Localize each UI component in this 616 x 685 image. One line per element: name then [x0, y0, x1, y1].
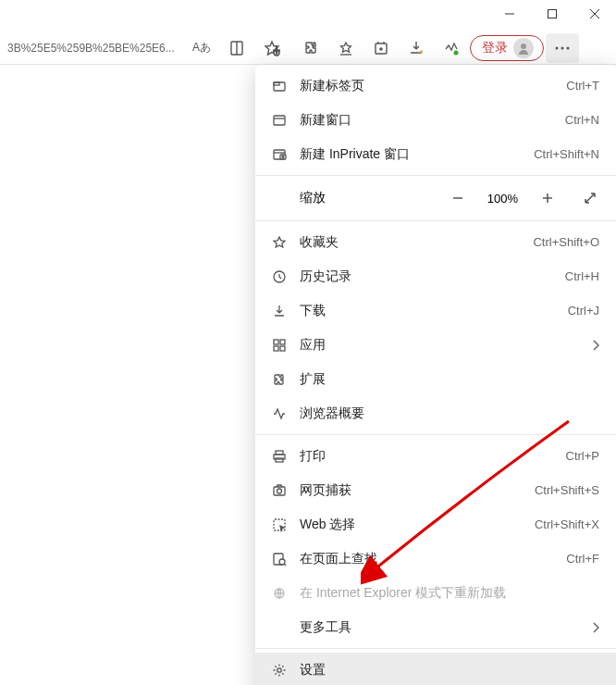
- menu-divider: [255, 434, 616, 435]
- zoom-label: 缩放: [300, 190, 428, 206]
- svg-point-15: [521, 44, 526, 49]
- menu-new-inprivate[interactable]: 新建 InPrivate 窗口 Ctrl+Shift+N: [255, 137, 616, 171]
- menu-shortcut: Ctrl+J: [568, 304, 599, 318]
- read-aloud-button[interactable]: Aあ: [185, 33, 218, 63]
- menu-web-capture[interactable]: 网页捕获 Ctrl+Shift+S: [255, 473, 616, 507]
- menu-shortcut: Ctrl+N: [565, 113, 599, 127]
- menu-label: 网页捕获: [300, 482, 524, 499]
- svg-rect-37: [276, 458, 283, 462]
- svg-rect-32: [280, 340, 285, 344]
- menu-label: 扩展: [300, 371, 599, 388]
- menu-shortcut: Ctrl+Shift+S: [535, 483, 599, 497]
- avatar-icon: [513, 38, 534, 58]
- menu-apps[interactable]: 应用: [255, 328, 616, 362]
- menu-settings[interactable]: 设置: [255, 653, 616, 685]
- pulse-icon: [270, 406, 289, 421]
- capture-icon: [270, 483, 289, 498]
- svg-rect-34: [280, 346, 285, 351]
- more-menu-button[interactable]: [546, 33, 579, 63]
- zoom-percent: 100%: [487, 192, 518, 206]
- svg-point-18: [567, 46, 570, 49]
- menu-label: 浏览器概要: [300, 405, 599, 422]
- menu-new-window[interactable]: 新建窗口 Ctrl+N: [255, 103, 616, 137]
- apps-icon: [270, 338, 289, 353]
- menu-label: 新建标签页: [300, 78, 555, 94]
- menu-downloads[interactable]: 下载 Ctrl+J: [255, 293, 616, 328]
- menu-shortcut: Ctrl+Shift+O: [533, 235, 599, 249]
- collections-icon[interactable]: [364, 33, 398, 63]
- puzzle-icon: [270, 372, 289, 387]
- menu-label: 新建窗口: [300, 112, 554, 129]
- svg-point-14: [454, 50, 459, 55]
- menu-zoom-row: 缩放 100%: [255, 180, 616, 217]
- reader-view-icon[interactable]: [220, 33, 253, 63]
- menu-browser-essentials[interactable]: 浏览器概要: [255, 396, 616, 430]
- login-label: 登录: [482, 40, 508, 56]
- menu-label: 在 Internet Explorer 模式下重新加载: [300, 585, 599, 602]
- minimize-button[interactable]: [488, 0, 531, 28]
- menu-shortcut: Ctrl+Shift+N: [534, 147, 599, 161]
- menu-label: Web 选择: [300, 517, 524, 533]
- svg-point-39: [277, 489, 282, 493]
- select-icon: [270, 517, 289, 532]
- svg-rect-1: [548, 10, 557, 19]
- svg-rect-25: [280, 155, 286, 159]
- close-button[interactable]: [573, 0, 616, 28]
- performance-icon[interactable]: [435, 33, 468, 63]
- menu-label: 历史记录: [300, 268, 554, 285]
- zoom-in-button[interactable]: [535, 185, 561, 211]
- menu-more-tools[interactable]: 更多工具: [255, 610, 616, 644]
- menu-label: 下载: [300, 303, 557, 319]
- menu-divider: [255, 648, 616, 649]
- svg-text:+: +: [273, 43, 280, 56]
- printer-icon: [270, 449, 289, 464]
- fullscreen-button[interactable]: [577, 185, 603, 211]
- menu-history[interactable]: 历史记录 Ctrl+H: [255, 259, 616, 293]
- search-icon: [270, 552, 289, 567]
- svg-rect-38: [274, 487, 285, 495]
- svg-point-16: [556, 46, 559, 49]
- zoom-out-button[interactable]: [445, 185, 471, 211]
- svg-point-45: [277, 667, 281, 671]
- menu-new-tab[interactable]: 新建标签页 Ctrl+T: [255, 68, 616, 103]
- menu-label: 应用: [300, 337, 581, 354]
- download-icon: [270, 304, 289, 318]
- svg-rect-40: [274, 519, 285, 530]
- svg-line-43: [284, 564, 286, 566]
- downloads-icon[interactable]: [400, 33, 433, 63]
- tab-icon: [270, 79, 289, 93]
- svg-rect-31: [274, 340, 278, 344]
- svg-rect-20: [274, 82, 279, 85]
- history-icon: [270, 269, 289, 284]
- inprivate-icon: [270, 147, 289, 162]
- browser-toolbar: 3B%25E5%259B%25BE%25E6... Aあ + 登录: [0, 31, 616, 65]
- ie-icon: [270, 586, 289, 601]
- maximize-button[interactable]: [531, 0, 573, 28]
- favorites-bar-icon[interactable]: [329, 33, 363, 63]
- menu-label: 设置: [300, 662, 599, 679]
- menu-print[interactable]: 打印 Ctrl+P: [255, 439, 616, 473]
- window-controls: [488, 0, 616, 28]
- menu-ie-mode: 在 Internet Explorer 模式下重新加载: [255, 576, 616, 610]
- menu-web-select[interactable]: Web 选择 Ctrl+Shift+X: [255, 507, 616, 542]
- main-menu: 新建标签页 Ctrl+T 新建窗口 Ctrl+N 新建 InPrivate 窗口…: [255, 65, 616, 685]
- menu-find[interactable]: 在页面上查找 Ctrl+F: [255, 542, 616, 576]
- svg-point-17: [561, 46, 564, 49]
- menu-divider: [255, 175, 616, 176]
- login-button[interactable]: 登录: [470, 35, 544, 61]
- extensions-icon[interactable]: [294, 33, 327, 63]
- star-icon: [270, 235, 289, 250]
- menu-label: 更多工具: [300, 619, 581, 636]
- gear-icon: [270, 663, 289, 678]
- menu-favorites[interactable]: 收藏夹 Ctrl+Shift+O: [255, 225, 616, 259]
- menu-shortcut: Ctrl+T: [566, 79, 599, 93]
- window-icon: [270, 113, 289, 128]
- menu-label: 收藏夹: [300, 234, 522, 251]
- menu-shortcut: Ctrl+P: [566, 449, 599, 463]
- menu-extensions[interactable]: 扩展: [255, 362, 616, 396]
- menu-label: 在页面上查找: [300, 551, 555, 567]
- menu-label: 打印: [300, 448, 555, 465]
- favorites-star-icon[interactable]: +: [255, 33, 289, 63]
- menu-shortcut: Ctrl+H: [565, 269, 599, 283]
- address-bar-text[interactable]: 3B%25E5%259B%25BE%25E6...: [7, 42, 183, 55]
